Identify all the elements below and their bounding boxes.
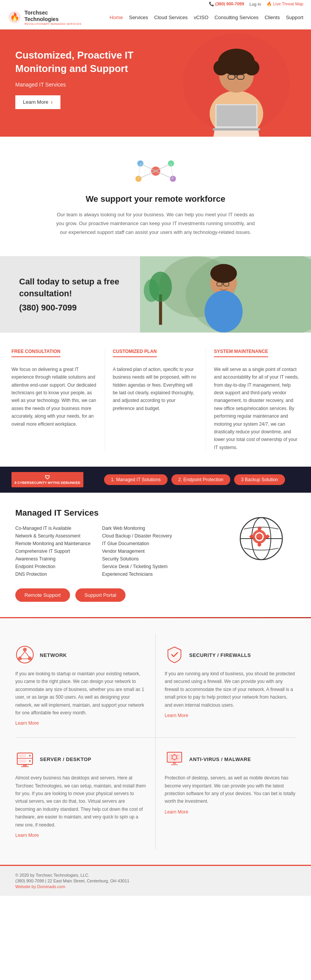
nav-home[interactable]: Home — [110, 15, 123, 20]
svg-point-60 — [29, 760, 31, 762]
call-banner-content: Call today to setup a free consultation!… — [0, 261, 156, 328]
svg-point-40 — [252, 530, 266, 544]
svg-point-6 — [213, 60, 229, 75]
logo-text: Torchsec Technologies Revolutionary Mana… — [24, 10, 81, 25]
antivirus-learn-more[interactable]: Learn More — [165, 809, 188, 815]
nav-services[interactable]: Services — [129, 15, 148, 20]
three-cols-section: FREE CONSULTATION We focus on delivering… — [0, 333, 311, 467]
svg-line-54 — [21, 652, 25, 657]
security-body: If you are running any kind of business,… — [165, 670, 296, 709]
login-link[interactable]: Log In — [249, 2, 261, 7]
service-antivirus: ANTI-VIRUS / MALWARE Protection of deskt… — [156, 738, 296, 849]
network-icon — [15, 645, 34, 665]
server-icon — [15, 749, 34, 769]
col-free-consultation: FREE CONSULTATION We focus on delivering… — [11, 348, 105, 451]
server-learn-more[interactable]: Learn More — [15, 833, 39, 838]
network-nodes-icon — [133, 156, 179, 186]
list-item: Co-Managed IT is Available — [15, 526, 91, 531]
antivirus-icon — [165, 749, 184, 769]
nav-vciso[interactable]: vCISO — [194, 15, 208, 20]
hero-subtext: Managed IT Services — [15, 82, 156, 88]
svg-point-52 — [18, 657, 22, 660]
list-item: Endpoint Protection — [15, 564, 91, 569]
footer-copy: © 2020 by Torchsec Technologies, LLC. — [15, 873, 296, 877]
logo-icon: 🔥 — [8, 10, 21, 24]
call-person-graphic — [140, 256, 311, 333]
svg-rect-75 — [171, 764, 178, 765]
managed-icon-graphic — [227, 508, 296, 569]
remote-section: We support your remote workforce Our tea… — [0, 137, 311, 256]
managed-buttons: Remote Support Support Portal — [15, 588, 219, 602]
main-nav: Home Services Cloud Services vCISO Consu… — [110, 15, 303, 20]
myths-pills: 1. Managed IT Solutions 2. Endpoint Prot… — [90, 474, 300, 485]
list-item: Experienced Technicians — [102, 572, 172, 577]
col3-title: SYSTEM MAINTENANCE — [214, 349, 268, 357]
call-phone: (380) 900-7099 — [19, 303, 137, 313]
list-item: Comprehensive IT Support — [15, 549, 91, 554]
shield-icon — [165, 645, 184, 665]
pill-backup[interactable]: 3 Backup Solution — [234, 474, 285, 485]
network-title: NETWORK — [40, 652, 67, 658]
security-title: SECURITY / FIREWALLS — [189, 652, 251, 658]
logo-tagline: Revolutionary Managed Services — [24, 23, 81, 25]
managed-section: Managed IT Services Co-Managed IT is Ava… — [0, 493, 311, 617]
managed-content: Managed IT Services Co-Managed IT is Ava… — [15, 508, 219, 602]
gear-globe-icon — [231, 508, 292, 569]
hero-person-graphic — [179, 29, 294, 137]
service-server: SERVER / DESKTOP Almost every business h… — [15, 738, 156, 849]
call-headline: Call today to setup a free consultation! — [19, 276, 137, 300]
call-banner-image — [140, 256, 311, 333]
threat-map-link[interactable]: 🔥 Live Threat Map — [267, 2, 303, 7]
remote-body: Our team is always looking out for your … — [56, 210, 255, 237]
svg-line-55 — [25, 652, 29, 657]
myths-logo-icon: 🛡 — [45, 474, 50, 480]
hero-image-area — [162, 29, 311, 137]
list-item: Cloud Backup / Disaster Recovery — [102, 533, 172, 539]
flame-icon: 🔥 — [267, 2, 272, 6]
managed-list-1: Co-Managed IT is Available Network & Sec… — [15, 526, 91, 579]
svg-point-30 — [210, 264, 237, 283]
services-grid: NETWORK If you are looking to startup or… — [0, 618, 311, 865]
svg-point-7 — [244, 60, 259, 75]
service-icon-row: NETWORK — [15, 645, 146, 665]
col-system-maintenance: SYSTEM MAINTENANCE We will serve as a si… — [206, 348, 300, 451]
security-learn-more[interactable]: Learn More — [165, 713, 188, 718]
footer-phone: (380) 900-7099 | 22 East Main Street, Ce… — [15, 879, 296, 883]
network-body: If you are looking to startup or maintai… — [15, 670, 146, 717]
hero-section: Customized, Proactive IT Monitoring and … — [0, 29, 311, 137]
call-banner: Call today to setup a free consultation!… — [0, 256, 311, 333]
server-body: Almost every business has desktops and s… — [15, 774, 146, 829]
svg-line-22 — [156, 171, 173, 179]
pill-endpoint[interactable]: 2. Endpoint Protection — [171, 474, 230, 485]
footer-website-link[interactable]: Website by Dominads.com — [15, 884, 65, 889]
list-item: Network & Security Assessment — [15, 533, 91, 539]
svg-point-53 — [28, 657, 32, 660]
managed-list-2: Dark Web Monitoring Cloud Backup / Disas… — [102, 526, 172, 579]
list-item: Service Desk / Ticketing System — [102, 564, 172, 569]
list-item: Remote Monitoring and Maintenance — [15, 541, 91, 546]
server-title: SERVER / DESKTOP — [40, 756, 91, 762]
header: 📞 (380) 900-7099 Log In 🔥 Live Threat Ma… — [0, 0, 311, 29]
nav-clients[interactable]: Clients — [265, 15, 280, 20]
antivirus-title: ANTI-VIRUS / MALWARE — [189, 756, 251, 762]
nav-cloud[interactable]: Cloud Services — [154, 15, 187, 20]
hero-learn-more-button[interactable]: Learn More › — [15, 95, 60, 109]
remote-support-button[interactable]: Remote Support — [15, 588, 70, 602]
support-portal-button[interactable]: Support Portal — [75, 588, 125, 602]
service-icon-row: SECURITY / FIREWALLS — [165, 645, 296, 665]
nav-support[interactable]: Support — [286, 15, 303, 20]
pill-managed-it[interactable]: 1. Managed IT Solutions — [104, 474, 168, 485]
myths-logo: 🛡 8 Cybersecurity Myths Debunked — [11, 472, 83, 487]
phone-header: 📞 (380) 900-7099 — [209, 2, 244, 7]
remote-heading: We support your remote workforce — [15, 194, 296, 204]
svg-point-59 — [29, 755, 31, 756]
network-learn-more[interactable]: Learn More — [15, 720, 39, 726]
nav-consulting[interactable]: Consulting Services — [215, 15, 259, 20]
arrow-icon: › — [50, 99, 52, 106]
service-icon-row: SERVER / DESKTOP — [15, 749, 146, 769]
list-item: Dark Web Monitoring — [102, 526, 172, 531]
svg-rect-12 — [217, 105, 256, 126]
antivirus-body: Protection of desktop, servers, as well … — [165, 774, 296, 805]
hero-content: Customized, Proactive IT Monitoring and … — [0, 29, 171, 137]
hero-headline: Customized, Proactive IT Monitoring and … — [15, 49, 156, 75]
